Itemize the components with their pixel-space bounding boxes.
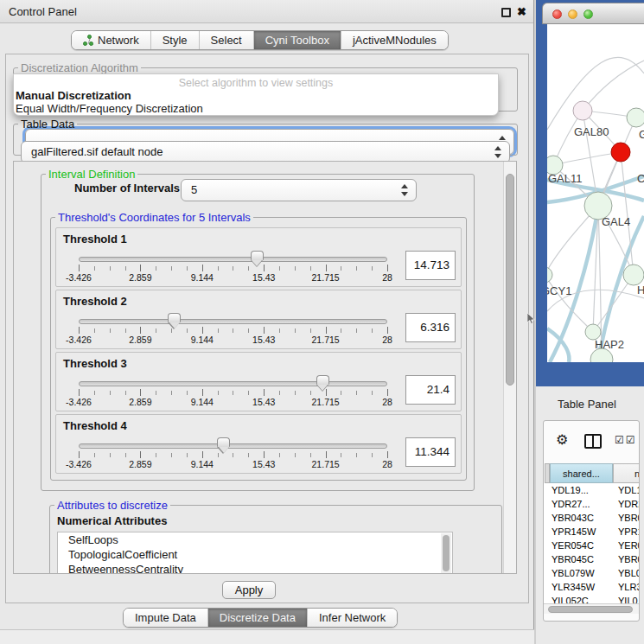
tab-infer-network[interactable]: Infer Network [307,609,397,627]
cell-name: YDR2 [618,497,640,511]
threshold-label: Threshold 4 [63,419,127,432]
cell-shared-name: YER054C [552,539,614,552]
table-panel: Table Panel ⚙ ☑☑ shared... n YDL19...YDL… [536,386,644,644]
tab-select[interactable]: Select [199,31,253,49]
tab-jactivemnodules[interactable]: jActiveMNodules [341,31,448,49]
control-panel-title: Control Panel [9,0,77,23]
tick-label: 21.715 [312,335,340,345]
slider-major-ticks [79,327,388,334]
tick-label: 9.144 [191,272,214,283]
dropdown-placeholder-item[interactable]: Select algorithm to view settings [16,77,496,89]
minimize-traffic-light-icon[interactable] [568,10,577,19]
slider-thumb[interactable] [168,313,181,322]
tab-cyni-toolbox[interactable]: Cyni Toolbox [253,31,341,49]
column-checkbox-icons[interactable]: ☑☑ [615,434,637,446]
tab-discretize-data[interactable]: Discretize Data [207,609,307,627]
tab-network[interactable]: Network [72,31,150,49]
table-row[interactable]: YBR043CYBR0 [544,511,640,525]
table-row[interactable]: YLR345WYLR3 [544,580,640,594]
numerical-attributes-list[interactable]: SelfLoopsTopologicalCoefficientBetweenne… [57,532,453,574]
split-view-icon[interactable] [584,434,602,449]
combo-arrows-icon [401,184,408,196]
close-traffic-light-icon[interactable] [552,10,562,19]
table-row[interactable]: YDR27...YDR2 [544,497,640,511]
tab-label: Cyni Toolbox [265,34,329,47]
slider-track[interactable] [79,443,387,449]
threshold-value-field[interactable]: 21.4 [405,375,456,405]
tick-label: 2.859 [129,272,151,283]
threshold-label: Threshold 2 [63,295,127,308]
numerical-attributes-label: Numerical Attributes [57,514,167,527]
number-of-intervals-label: Number of Intervals [74,182,180,194]
cyni-toolbox-panel: Discretization Algorithm Select algorith… [5,54,529,603]
slider-track[interactable] [79,257,387,262]
node-label-h: H [637,284,644,296]
dropdown-item-equal-width-frequency[interactable]: Equal Width/Frequency Discretization [16,102,496,115]
network-canvas[interactable]: GAL80GACGAL11GAL4GCY1HHAP2 [547,24,644,362]
table-row[interactable]: YPR145WYPR1 [544,525,640,539]
cell-name: YIL0 [618,594,640,603]
zoom-traffic-light-icon[interactable] [583,10,593,19]
float-window-icon[interactable] [501,8,511,17]
network-icon [83,35,93,46]
column-header-shared-name[interactable]: shared... [550,463,613,483]
network-node-gcy1[interactable] [547,267,552,283]
apply-button[interactable]: Apply [222,581,276,599]
tick-label: 9.144 [191,335,214,345]
combo-arrows-icon [494,146,501,158]
slider-track[interactable] [79,319,387,324]
list-item[interactable]: TopologicalCoefficient [58,547,452,562]
threshold-value-field[interactable]: 6.316 [405,313,456,342]
slider-thumb[interactable] [251,251,264,260]
tab-label: Impute Data [135,611,196,624]
list-scrollbar[interactable] [441,533,451,574]
tab-style[interactable]: Style [150,31,199,49]
cell-name: YDL1 [618,483,640,497]
threshold-label: Threshold 3 [63,357,127,370]
node-label-hap2: HAP2 [595,338,624,351]
dropdown-item-manual-discretization[interactable]: Manual Discretization [16,89,496,102]
gear-icon[interactable]: ⚙ [556,431,568,448]
tick-label: 15.43 [252,335,275,345]
network-node-h[interactable] [623,265,644,285]
tab-label: Infer Network [319,611,386,624]
cell-shared-name: YDL19... [552,483,614,497]
network-node-c[interactable] [611,143,630,162]
close-icon[interactable]: ✖ [517,0,526,23]
cell-shared-name: YBR043C [552,511,614,525]
tick-label: 9.144 [191,459,214,469]
node-table-container: ⚙ ☑☑ shared... n YDL19...YDL1YDR27...YDR… [543,420,640,622]
threshold-value-field[interactable]: 14.713 [405,251,456,280]
network-window-titlebar[interactable] [542,3,644,24]
scrollbar-thumb[interactable] [548,606,633,613]
network-node-gal80[interactable] [573,101,592,120]
table-row[interactable]: YDL19...YDL1 [544,483,640,497]
horizontal-scrollbar[interactable] [544,603,640,614]
column-header-name[interactable]: n [613,463,640,483]
tick-label: 2.859 [129,397,151,407]
tick-label: 15.43 [252,272,275,283]
top-tab-bar: NetworkStyleSelectCyni ToolboxjActiveMNo… [71,30,449,50]
algorithm-dropdown-popup: Select algorithm to view settings Manual… [13,73,499,116]
slider-major-ticks [79,451,388,458]
tab-impute-data[interactable]: Impute Data [124,609,207,627]
node-label-gal4: GAL4 [602,215,630,228]
slider-thumb[interactable] [217,437,230,447]
vertical-scrollbar[interactable] [503,162,516,573]
list-item[interactable]: BetweennessCentrality [58,562,452,574]
table-row[interactable]: YBR045CYBR0 [544,552,640,566]
tick-label: -3.426 [66,335,92,345]
table-row[interactable]: YER054CYER0 [544,539,640,552]
number-of-intervals-combobox[interactable]: 5 [181,179,417,201]
slider-thumb[interactable] [316,375,329,385]
slider-track[interactable] [79,381,387,386]
mouse-cursor [527,313,536,325]
table-panel-title: Table Panel [558,398,616,411]
tick-label: 28 [382,459,392,469]
scrollbar-thumb[interactable] [506,174,514,386]
threshold-value-field[interactable]: 11.344 [405,437,456,467]
list-item[interactable]: SelfLoops [58,532,452,547]
network-node-ga[interactable] [627,108,644,127]
table-row[interactable]: YBL079WYBL0 [544,566,640,580]
table-row[interactable]: YIL052CYIL0 [544,594,640,603]
